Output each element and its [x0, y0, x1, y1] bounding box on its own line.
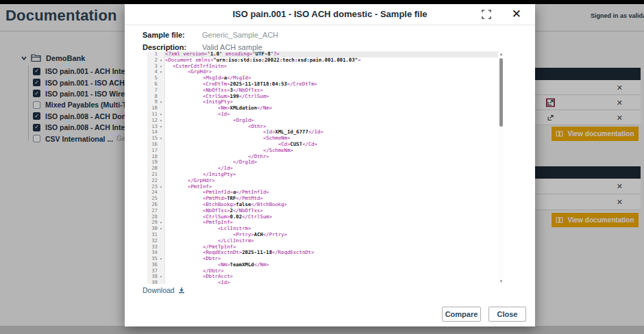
code-line: 39<Id>	[147, 280, 504, 284]
code-line: 10<Nm>XMLdation</Nm>	[147, 105, 504, 112]
code-line: 19</OrgId>	[147, 159, 504, 166]
download-icon	[178, 287, 185, 294]
code-line: 30▾<LclInstrm>	[147, 226, 504, 232]
code-line: 28<CtrlSum>0.02</CtrlSum>	[147, 214, 504, 220]
code-line: 22</GrpHdr>	[147, 178, 504, 184]
code-scrollbar[interactable]: ▲ ▼	[498, 51, 504, 284]
code-line: 13▾<Othr>	[147, 124, 504, 130]
scroll-down-icon[interactable]: ▼	[498, 279, 504, 283]
code-line: 16<Cd>CUST</Cd>	[147, 142, 504, 148]
code-line: 17</SchmeNm>	[147, 148, 504, 154]
scrollbar-thumb[interactable]	[499, 58, 503, 127]
code-line: 5<MsgId>a</MsgId>	[147, 75, 504, 81]
code-line: 4▾<GrpHdr>	[147, 69, 504, 75]
code-line: 8<CtrlSum>199</CtrlSum>	[147, 94, 504, 100]
modal-close-icon[interactable]: ✕	[512, 7, 521, 21]
code-line: 26<BtchBookg>false</BtchBookg>	[147, 202, 504, 208]
code-line: 35▾<Dbtr>	[147, 256, 504, 262]
modal-header: ISO pain.001 - ISO ACH domestic - Sample…	[125, 4, 535, 25]
code-line: 32</LclInstrm>	[147, 238, 504, 244]
code-line: 1<?xml version='1.0' encoding='UTF-8'?>	[147, 51, 504, 57]
code-line: 7<NbOfTxs>3</NbOfTxs>	[147, 88, 504, 94]
code-line: 6<CreDtTm>2025-11-18T18:04:53</CreDtTm>	[147, 81, 504, 88]
code-line: 33</PmtTpInf>	[147, 244, 504, 250]
code-line: 15▾<SchmeNm>	[147, 136, 504, 142]
code-line: 3▾<CstmrCdtTrfInitn>	[147, 64, 504, 70]
code-line: 38▾<DbtrAcct>	[147, 274, 504, 280]
code-line: 23▾<PmtInf>	[147, 184, 504, 190]
download-link[interactable]: Download	[143, 286, 185, 294]
code-line: 2▾<Document xmlns="urn:iso:std:iso:20022…	[147, 57, 504, 64]
line-number-gutter: 39	[147, 280, 165, 284]
code-line: 36<Nm>TeamXMLd</Nm>	[147, 262, 504, 268]
code-line: 20</Id>	[147, 166, 504, 172]
close-button[interactable]: Close	[488, 307, 526, 322]
code-line: 25<PmtMtd>TRF</PmtMtd>	[147, 196, 504, 202]
scroll-up-icon[interactable]: ▲	[498, 52, 504, 56]
code-line: 31<Prtry>ACH</Prtry>	[147, 232, 504, 238]
modal-title: ISO pain.001 - ISO ACH domestic - Sample…	[125, 4, 535, 25]
compare-button[interactable]: Compare	[442, 307, 481, 322]
fullscreen-expand-icon[interactable]	[482, 10, 491, 19]
code-line: 21</InitgPty>	[147, 172, 504, 178]
description-label: Description:	[143, 43, 186, 51]
sample-file-modal: ISO pain.001 - ISO ACH domestic - Sample…	[125, 4, 535, 326]
code-line: 11▾<Id>	[147, 112, 504, 118]
sample-file-label: Sample file:	[143, 31, 185, 39]
code-line: 12▾<OrgId>	[147, 118, 504, 124]
sample-file-value: Generic_Sample_ACH	[202, 31, 278, 39]
code-line: 34<ReqdExctnDt>2025-11-18</ReqdExctnDt>	[147, 250, 504, 256]
code-line: 29▾<PmtTpInf>	[147, 220, 504, 226]
download-label: Download	[143, 286, 175, 294]
code-line: 24<PmtInfId>a</PmtInfId>	[147, 190, 504, 196]
code-line: 14<Id>XML_Id_6777</Id>	[147, 129, 504, 136]
code-line: 9▾<InitgPty>	[147, 99, 504, 105]
xml-code-viewer[interactable]: 1<?xml version='1.0' encoding='UTF-8'?>2…	[147, 51, 504, 284]
code-line: 18</Othr>	[147, 154, 504, 160]
description-value: Valid ACH sample	[202, 43, 262, 51]
code-line: 27<NbOfTxs>2</NbOfTxs>	[147, 208, 504, 214]
code-lines: 1<?xml version='1.0' encoding='UTF-8'?>2…	[147, 51, 504, 284]
code-line: 37</Dbtr>	[147, 268, 504, 274]
